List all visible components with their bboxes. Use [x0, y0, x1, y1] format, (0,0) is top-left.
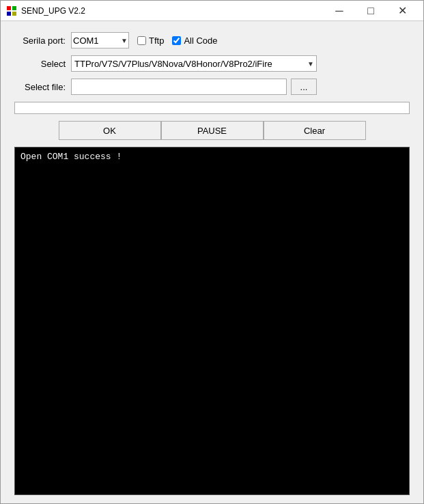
- app-icon: [6, 5, 17, 16]
- minimize-button[interactable]: ─: [324, 1, 355, 21]
- window-title: SEND_UPG V2.2: [21, 6, 324, 16]
- options-group: Tftp All Code: [137, 36, 218, 46]
- main-window: SEND_UPG V2.2 ─ □ ✕ Serila port: COM1 ▼ …: [0, 0, 424, 504]
- browse-button[interactable]: ...: [291, 79, 317, 95]
- file-input-group: ...: [71, 79, 317, 95]
- close-button[interactable]: ✕: [386, 1, 418, 21]
- svg-rect-0: [7, 6, 11, 10]
- serial-port-select[interactable]: COM1: [71, 32, 129, 48]
- serial-port-select-wrapper: COM1 ▼: [71, 32, 129, 48]
- svg-rect-3: [12, 12, 16, 16]
- tftp-option[interactable]: Tftp: [137, 36, 164, 46]
- maximize-button[interactable]: □: [355, 1, 386, 21]
- all-code-checkbox[interactable]: [172, 36, 181, 45]
- progress-row: [14, 102, 410, 114]
- svg-rect-2: [7, 12, 11, 16]
- console-output: Open COM1 success !: [14, 147, 410, 495]
- serial-port-row: Serila port: COM1 ▼ Tftp All Code: [14, 32, 410, 48]
- pause-button[interactable]: PAUSE: [161, 121, 264, 140]
- all-code-option[interactable]: All Code: [172, 36, 217, 46]
- tftp-checkbox[interactable]: [137, 36, 146, 45]
- select-label: Select: [14, 59, 66, 69]
- file-input[interactable]: [71, 79, 287, 95]
- serial-port-label: Serila port:: [14, 36, 66, 46]
- select-file-label: Select file:: [14, 82, 66, 92]
- device-select[interactable]: TTPro/V7S/V7Plus/V8Nova/V8Honor/V8Pro2/i…: [71, 55, 317, 72]
- all-code-label: All Code: [184, 36, 217, 46]
- clear-button[interactable]: Clear: [264, 121, 366, 140]
- select-row: Select TTPro/V7S/V7Plus/V8Nova/V8Honor/V…: [14, 55, 410, 72]
- svg-rect-1: [12, 6, 16, 10]
- window-controls: ─ □ ✕: [324, 1, 418, 21]
- window-content: Serila port: COM1 ▼ Tftp All Code Se: [1, 21, 423, 503]
- progress-bar-container: [14, 102, 410, 114]
- button-row: OK PAUSE Clear: [14, 121, 410, 140]
- tftp-label: Tftp: [149, 36, 164, 46]
- select-file-row: Select file: ...: [14, 79, 410, 95]
- title-bar: SEND_UPG V2.2 ─ □ ✕: [1, 1, 423, 21]
- device-select-wrapper: TTPro/V7S/V7Plus/V8Nova/V8Honor/V8Pro2/i…: [71, 55, 317, 72]
- ok-button[interactable]: OK: [59, 121, 161, 140]
